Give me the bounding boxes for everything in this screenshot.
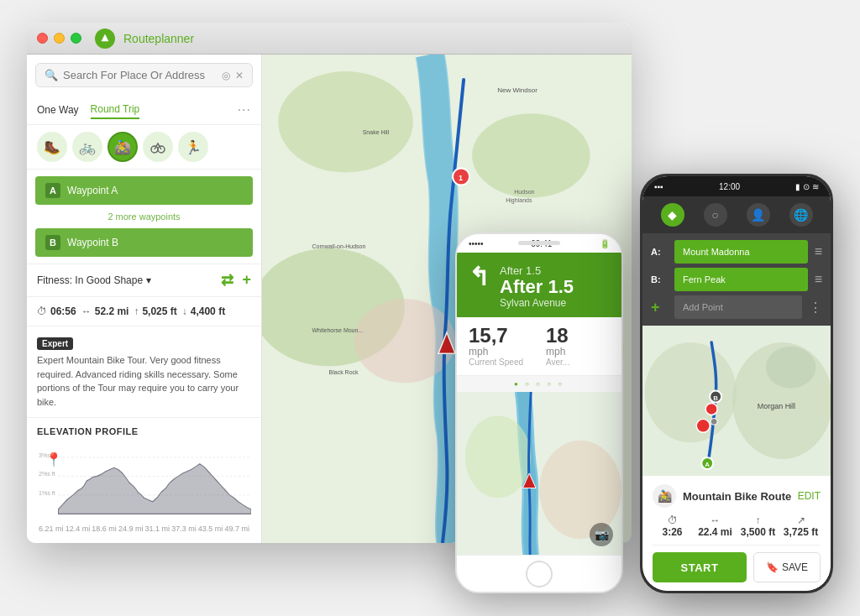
metric-distance: ↔ 22.4 mi	[695, 514, 735, 538]
nav-distance: After 1.5	[500, 277, 610, 297]
add-point-button[interactable]: Add Point	[674, 295, 802, 319]
one-way-tab[interactable]: One Way	[37, 102, 79, 118]
reorder-a-icon[interactable]: ≡	[815, 244, 822, 259]
black-time: 12:00	[719, 182, 740, 191]
nav-street: Sylvan Avenue	[500, 297, 610, 309]
app-title: Routeplanner	[123, 32, 194, 45]
difficulty-badge: Expert	[37, 337, 73, 350]
svg-text:Snake Hill: Snake Hill	[363, 129, 390, 135]
svg-text:1%s ft: 1%s ft	[39, 489, 56, 497]
save-icon: 🔖	[766, 561, 779, 573]
metric-dist-icon: ↔	[695, 514, 735, 526]
elevation-chart: 📍 3%s ft 2%s ft 1%s ft	[37, 443, 251, 519]
round-trip-tab[interactable]: Round Trip	[91, 101, 140, 119]
turn-arrow: ↰	[469, 264, 490, 290]
svg-text:New Windsor: New Windsor	[497, 86, 538, 94]
hike-icon[interactable]: 🥾	[37, 132, 67, 162]
elevation-labels: 6.21 mi 12.4 mi 18.6 mi 24.9 mi 31.1 mi …	[37, 525, 251, 533]
more-waypoints[interactable]: 2 more waypoints	[35, 210, 253, 223]
signal-dots: •••••	[469, 239, 484, 248]
metric-ascent: ↑ 3,500 ft	[738, 514, 778, 538]
stat-time-value: 06:56	[50, 305, 76, 317]
phone-status-bar-black: ▪▪▪ 12:00 ▮ ⊙ ≋	[642, 176, 831, 196]
metric-ascent-value: 3,500 ft	[738, 526, 778, 538]
svg-text:Whitehorse Moun...: Whitehorse Moun...	[312, 327, 363, 333]
page-dots: ● ○ ○ ○ ○	[457, 376, 621, 392]
description-text: Expert Mountain Bike Tour. Very good fit…	[37, 353, 251, 409]
route-type-icon: 🚵	[653, 484, 676, 508]
route-info-left: 🚵 Mountain Bike Route	[653, 484, 791, 508]
metric-descent-value: 3,725 ft	[781, 526, 821, 538]
phone-map-white: 📷	[457, 392, 621, 555]
elevation-title: ELEVATION PROFILE	[37, 426, 251, 436]
fitness-selector[interactable]: Fitness: In Good Shape ▾	[37, 274, 151, 286]
start-button[interactable]: START	[653, 552, 747, 582]
close-button[interactable]	[37, 33, 48, 44]
route-info-header: 🚵 Mountain Bike Route EDIT	[653, 484, 821, 508]
home-button[interactable]	[526, 561, 553, 587]
waypoint-b-text: Waypoint B	[67, 237, 243, 248]
waypoint-b[interactable]: B Waypoint B	[35, 228, 253, 257]
fitness-chevron: ▾	[146, 274, 151, 286]
phone-home-area	[457, 555, 621, 592]
svg-text:Hudson: Hudson	[514, 189, 534, 195]
maximize-button[interactable]	[71, 33, 81, 44]
svg-point-28	[539, 441, 621, 540]
avg-value: 18	[546, 326, 610, 346]
minimize-button[interactable]	[54, 33, 65, 44]
current-speed-block: 15,7 mph Current Speed	[469, 326, 532, 367]
search-bar[interactable]: 🔍 ◎ ✕	[35, 63, 253, 87]
record-icon[interactable]: ○	[704, 203, 727, 227]
metric-descent-icon: ↗	[781, 514, 821, 526]
start-pin: 📍	[45, 452, 62, 467]
run-icon[interactable]: 🏃	[178, 132, 208, 162]
speed-unit: mph	[469, 346, 532, 358]
phone-wp-b-label: B:	[651, 274, 668, 285]
reorder-b-icon[interactable]: ≡	[815, 272, 822, 287]
waypoint-a[interactable]: A Waypoint A	[35, 176, 253, 205]
app-logo	[95, 29, 115, 49]
add-waypoint-button[interactable]: +	[242, 271, 251, 290]
traffic-lights	[37, 33, 81, 44]
add-point-more-icon[interactable]: ⋮	[809, 300, 822, 316]
elev-label-1: 12.4 mi	[66, 525, 91, 533]
svg-point-31	[645, 342, 737, 442]
phone-nav-tabs: ◆ ○ 👤 🌐	[642, 196, 831, 233]
svg-point-41	[711, 418, 717, 425]
save-button[interactable]: 🔖 SAVE	[753, 552, 821, 582]
svg-text:Black Rock: Black Rock	[329, 369, 359, 375]
metric-time-icon: ⏱	[653, 514, 692, 526]
more-options-icon[interactable]: ···	[238, 102, 251, 117]
phone-waypoints: A: Mount Madonna ≡ B: Fern Peak ≡ +	[642, 233, 831, 326]
swap-route-icon[interactable]: ⇄	[221, 271, 233, 290]
phone-wp-b-bar[interactable]: Fern Peak	[674, 268, 808, 291]
gps-icon[interactable]: ◎	[222, 70, 230, 81]
stat-ascent: ↑ 5,025 ft	[134, 305, 176, 317]
add-point-text: Add Point	[683, 302, 723, 312]
phone-wp-b-text: Fern Peak	[683, 274, 726, 285]
search-input[interactable]	[63, 69, 217, 81]
speaker	[518, 241, 560, 245]
activity-icons: 🥾 🚲 🚵 🏃	[27, 125, 261, 170]
edit-button[interactable]: EDIT	[798, 490, 821, 502]
phone-wp-a-bar[interactable]: Mount Madonna	[674, 240, 808, 264]
mtb-icon[interactable]: 🚵	[108, 132, 138, 162]
profile-icon[interactable]: 👤	[747, 203, 770, 227]
globe-icon[interactable]: 🌐	[789, 203, 813, 227]
bike-icon[interactable]: 🚲	[72, 132, 102, 162]
phone-waypoint-b: B: Fern Peak ≡	[651, 268, 822, 291]
time-icon: ⏱	[37, 305, 47, 317]
title-bar: Routeplanner	[27, 23, 632, 55]
route-stats: ⏱ 06:56 ↔ 52.2 mi ↑ 5,025 ft ↓ 4,400 ft	[27, 297, 261, 326]
stat-ascent-value: 5,025 ft	[142, 305, 176, 317]
camera-icon[interactable]: 📷	[590, 523, 613, 546]
fitness-actions: ⇄ +	[221, 271, 251, 290]
clear-icon[interactable]: ✕	[235, 70, 244, 81]
diamond-icon[interactable]: ◆	[661, 203, 684, 227]
scene: Routeplanner 🔍 ◎ ✕ One Way Round Trip ··…	[27, 23, 833, 593]
distance-icon: ↔	[81, 305, 92, 317]
elev-label-7: 49.7 mi	[224, 525, 249, 533]
svg-point-39	[705, 403, 717, 415]
road-bike-icon[interactable]	[143, 132, 173, 162]
phone-black: ▪▪▪ 12:00 ▮ ⊙ ≋ ◆ ○ 👤 🌐 A: Mount Madonna…	[640, 174, 833, 593]
